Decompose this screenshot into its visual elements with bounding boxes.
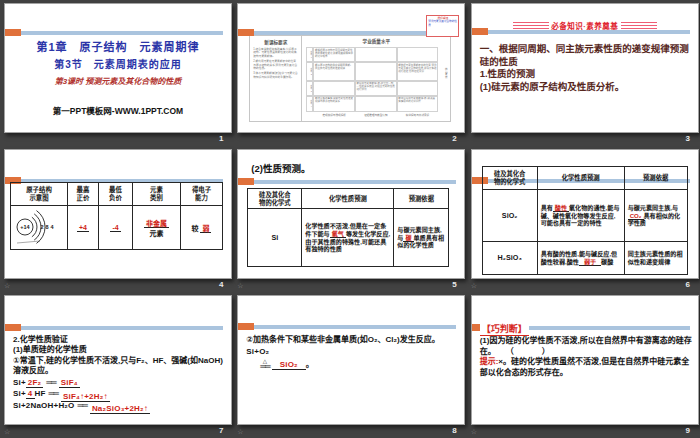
lesson-subtitle: 第3课时 预测元素及其化合物的性质	[5, 75, 231, 86]
lowest-valence-value: -4	[110, 224, 120, 232]
level-label: 水平2	[306, 62, 313, 81]
accent-bar	[472, 28, 694, 35]
accent-bar	[238, 178, 460, 185]
slide-number: 6	[686, 280, 690, 289]
standard-item: 3.体会元素周期律(表)在学习元素化合物知识与科学研究中的重要作用。	[253, 72, 298, 79]
prediction-text: 具有	[541, 204, 553, 211]
side-label: 核心素养	[443, 68, 447, 78]
chemical-equation: Si+2NaOH+H₂O══Na₂SiO₃+2H₂↑	[13, 401, 226, 411]
prediction-table: 硅及其化合 物的化学式 化学性质预测 预测依据 Si 化学性质不活泼,但是在一定…	[247, 188, 449, 267]
blank-answer: 4	[26, 389, 35, 399]
column-header: 最低 负价	[99, 183, 133, 206]
reaction-condition: △══	[260, 359, 269, 370]
standard-item: 2.能利用元素在元素周期表中的位置与原子结构的关系,预测元素及其化合物的性质。	[253, 60, 298, 70]
watermark: ☆	[471, 428, 477, 436]
chapter-title: 第1章 原子结构 元素周期律	[5, 38, 231, 54]
svg-text:+14: +14	[20, 224, 30, 230]
slide-number: 2	[452, 134, 456, 143]
category-suffix: 元素	[134, 228, 179, 238]
quick-judge-tag: 【巧判断】	[480, 322, 529, 336]
annotation-note-box: 课标解读 预测元素及其化合物的性质	[426, 15, 459, 37]
accent-bar	[5, 29, 227, 36]
section-title: 第3节 元素周期表的应用	[5, 56, 231, 71]
slide-canvas-6: 硅及其化合 物的化学式 化学性质预测 预测依据 SiO₂ 具有酸性氧化物的通性,…	[471, 149, 699, 279]
blank-answer: SiO₂	[272, 360, 306, 370]
answer-brackets: （ ）	[510, 347, 554, 356]
slide-number: 8	[452, 426, 456, 435]
prediction-text: 碳酸	[601, 258, 613, 265]
chemical-equation: △══SiO₂。	[258, 359, 459, 370]
matrix-corner	[306, 112, 313, 119]
ability-prefix: 较	[192, 225, 199, 232]
matrix-cell	[397, 47, 439, 62]
accent-bar	[238, 323, 460, 330]
column-header: 化学性质预测	[537, 167, 624, 190]
slide-canvas-7: 2.化学性质验证 (1)单质硅的化学性质 ①常温下,硅的化学性质不活泼,只与F₂…	[4, 295, 232, 425]
prediction-table-continued: 硅及其化合 物的化学式 化学性质预测 预测依据 SiO₂ 具有酸性氧化物的通性,…	[482, 166, 688, 275]
slide-thumbnail-8[interactable]: ②加热条件下和某些非金属单质(如O₂、Cl₂)发生反应。 Si+O₂ △══Si…	[233, 292, 466, 438]
basis-cell: 与碳元素同主族,与碳单质具有相似的化学性质	[394, 209, 449, 267]
matrix-cell: 能从原子结构的角度说明同周期、同主族元素性质的递变规律	[313, 62, 355, 81]
slide-thumbnail-3[interactable]: 必备知识·素养奠基 一、根据同周期、同主族元素性质的递变规律预测硅的性质 1.性…	[467, 0, 700, 146]
slide-canvas-2: 课标解读 预测元素及其化合物的性质 新课标要求 1.结合有关数据和实验事实,认识…	[237, 3, 465, 133]
slide-thumbnail-4[interactable]: 原子结构 示意图 最高 正价 最低 负价 元素 类别 得电子 能力 +14	[0, 146, 233, 292]
handwritten-answer: 弱于	[579, 258, 601, 266]
highest-valence-value: +4	[77, 224, 89, 232]
slide-thumbnail-6[interactable]: 硅及其化合 物的化学式 化学性质预测 预测依据 SiO₂ 具有酸性氧化物的通性,…	[467, 146, 700, 292]
blank-answer: SiF₄↑+2H₂↑	[61, 392, 110, 402]
quality-level-matrix: 水平1 能根据原子结构示意图说明元素性质的周期性变化,并能用其解释简单的化学现象…	[306, 47, 438, 119]
blank-answer: SiF₄	[59, 378, 80, 388]
prediction-cell: 具有酸性氧化物的通性,能与碱、碱性氧化物等发生反应,可能也具有一定的特性	[537, 190, 624, 242]
prediction-cell: 具有酸的性质,能与碱反应,但酸性较弱,酸性弱于碳酸	[537, 242, 624, 275]
column-header: 得电子 能力	[181, 183, 223, 206]
blank-answer: 碳	[403, 234, 413, 242]
blank-answer: 氧气	[330, 230, 346, 238]
matrix-cell	[313, 81, 355, 96]
hint-label: 提示:	[480, 357, 499, 366]
paragraph: ①常温下,硅的化学性质不活泼,只与F₂、HF、强碱(如NaOH)溶液反应。	[13, 356, 226, 377]
chemical-equation: Si+4HF══SiF₄↑+2H₂↑	[13, 389, 226, 399]
matrix-cell: 能根据原子结构示意图说明元素性质的周期性变化,并能用其解释简单的化学现象	[313, 47, 355, 62]
body-text: (1)因为硅的化学性质不活泼,所以在自然界中有游离态的硅存在。（ ） 提示:×。…	[480, 336, 693, 378]
slide-number: 4	[219, 280, 223, 289]
slide-canvas-4: 原子结构 示意图 最高 正价 最低 负价 元素 类别 得电子 能力 +14	[4, 149, 232, 279]
column-header: 硅及其化合 物的化学式	[248, 189, 302, 209]
column-header: 预测依据	[624, 167, 687, 190]
lowest-valence-cell: -4	[99, 206, 133, 250]
template-site-credit: 第一PPT模板网-WWW.1PPT.COM	[5, 104, 231, 116]
chemical-equation: Si+2F₂══SiF₄	[13, 378, 226, 388]
slide-canvas-9: 【巧判断】 (1)因为硅的化学性质不活泼,所以在自然界中有游离态的硅存在。（ ）…	[471, 295, 699, 425]
basis-text: 与碳元素同主族,与	[628, 204, 678, 211]
slide-canvas-3: 必备知识·素养奠基 一、根据同周期、同主族元素性质的递变规律预测硅的性质 1.性…	[471, 3, 699, 133]
standards-table: 新课标要求 1.结合有关数据和实验事实,认识原子结构、元素性质呈周期性变化的规律…	[249, 35, 451, 122]
slide-thumbnail-2[interactable]: 课标解读 预测元素及其化合物的性质 新课标要求 1.结合有关数据和实验事实,认识…	[233, 0, 466, 146]
highest-valence-cell: +4	[68, 206, 99, 250]
body-text: 一、根据同周期、同主族元素性质的递变规律预测硅的性质 1.性质的预测 (1)硅元…	[480, 43, 693, 93]
matrix-cell: 能运用元素周期律(表)建立位—构—性的关系模型,对陌生元素的性质进行预测	[355, 81, 397, 96]
slide-thumbnail-1[interactable]: 第1章 原子结构 元素周期律 第3节 元素周期表的应用 第3课时 预测元素及其化…	[0, 0, 233, 146]
column-header: 原子结构 示意图	[11, 183, 68, 206]
paragraph: ②加热条件下和某些非金属单质(如O₂、Cl₂)发生反应。	[246, 335, 459, 345]
slide-sorter-grid: 第1章 原子结构 元素周期律 第3节 元素周期表的应用 第3课时 预测元素及其化…	[0, 0, 700, 438]
watermark: ☆	[237, 282, 243, 290]
formula-cell: SiO₂	[482, 190, 537, 242]
slide-thumbnail-5[interactable]: (2)性质预测。 硅及其化合 物的化学式 化学性质预测 预测依据 Si 化学性质…	[233, 146, 466, 292]
matrix-cell: 能综合运用元素周期律(表)解决真实情境中的化学问题	[397, 96, 439, 112]
slide-thumbnail-9[interactable]: 【巧判断】 (1)因为硅的化学性质不活泼,所以在自然界中有游离态的硅存在。（ ）…	[467, 292, 700, 438]
question-line: (1)因为硅的化学性质不活泼,所以在自然界中有游离态的硅存在。（ ）	[480, 336, 693, 357]
watermark: ☆	[471, 282, 477, 290]
matrix-cell	[355, 96, 397, 112]
note-body: 预测元素及其化合物的性质	[428, 20, 457, 26]
level-label: 水平3	[306, 81, 313, 96]
standard-item: 1.结合有关数据和实验事实,认识原子结构、元素性质呈周期性变化的规律,建构元素周…	[253, 48, 298, 58]
matrix-cell	[355, 62, 397, 81]
heading-line: 2.化学性质验证	[13, 335, 226, 345]
slide-thumbnail-7[interactable]: 2.化学性质验证 (1)单质硅的化学性质 ①常温下,硅的化学性质不活泼,只与F₂…	[0, 292, 233, 438]
sub-line: 1.性质的预测	[480, 68, 693, 81]
chemical-equation: Si+O₂	[246, 347, 459, 357]
watermark: ☆	[237, 428, 243, 436]
left-column-header: 新课标要求	[253, 39, 298, 45]
hint-line: 提示:×。硅的化学性质虽然不活泼,但是在自然界中硅元素全部以化合态的形式存在。	[480, 357, 693, 378]
slide-number: 7	[219, 426, 223, 435]
watermark: ☆	[4, 282, 10, 290]
